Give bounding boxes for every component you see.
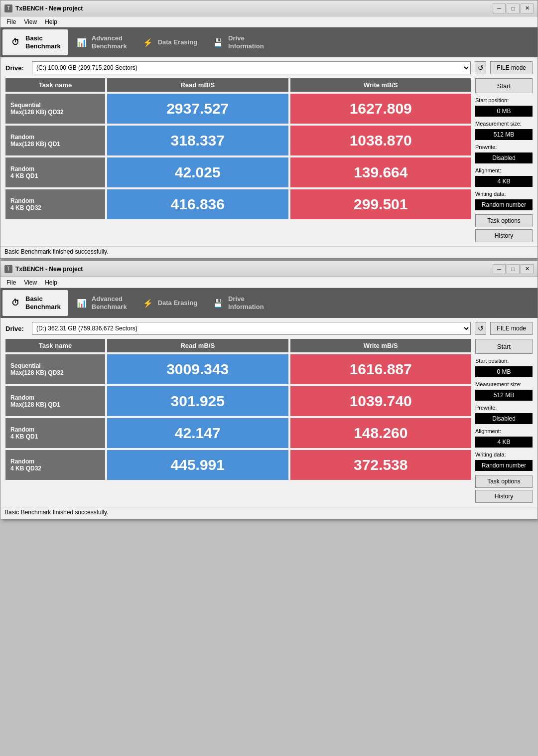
maximize-button-1[interactable]: □ <box>507 3 520 13</box>
writing-data-label-2: Writing data: <box>475 452 533 457</box>
close-button-2[interactable]: ✕ <box>521 264 534 274</box>
read-cell-1-3: 416.836 <box>107 189 288 219</box>
toolbar-2: ⏱ BasicBenchmark 📊 AdvancedBenchmark ⚡ D… <box>0 288 538 318</box>
write-cell-2-1: 1039.740 <box>290 386 472 416</box>
writing-data-value-2: Random number <box>475 460 533 471</box>
task-options-button-1[interactable]: Task options <box>475 214 533 227</box>
tab-erasing-2[interactable]: ⚡ Data Erasing <box>135 290 204 316</box>
menu-file-1[interactable]: File <box>2 17 20 26</box>
side-panel-2: Start Start position: 0 MB Measurement s… <box>475 339 533 503</box>
main-layout-2: Task name Read mB/S Write mB/S Sequentia… <box>5 339 533 503</box>
bench-row-1-3: Random4 KB QD32 416.836 299.501 <box>5 189 471 219</box>
alignment-value-1: 4 KB <box>475 176 533 187</box>
tab-drive-label-1: DriveInformation <box>228 34 264 50</box>
refresh-button-1[interactable]: ↺ <box>475 61 487 74</box>
tab-erasing-1[interactable]: ⚡ Data Erasing <box>135 29 204 55</box>
status-text-2: Basic Benchmark finished successfully. <box>4 509 109 516</box>
measurement-size-value-1: 512 MB <box>475 129 533 140</box>
content-area-1: Drive: (C:) 100.00 GB (209,715,200 Secto… <box>0 57 538 246</box>
refresh-button-2[interactable]: ↺ <box>475 322 487 335</box>
tab-erasing-label-1: Data Erasing <box>158 38 197 46</box>
start-button-1[interactable]: Start <box>475 78 533 93</box>
status-text-1: Basic Benchmark finished successfully. <box>4 248 109 255</box>
bench-row-1-1: RandomMax(128 KB) QD1 318.337 1038.870 <box>5 126 471 155</box>
menu-file-2[interactable]: File <box>2 278 20 287</box>
bench-row-2-2: Random4 KB QD1 42.147 148.260 <box>5 418 471 448</box>
tab-drive-label-2: DriveInformation <box>228 295 264 310</box>
window-title-1: TxBENCH - New project <box>15 5 493 12</box>
tab-drive-1[interactable]: 💾 DriveInformation <box>205 29 271 55</box>
drive-row-2: Drive: (D:) 362.31 GB (759,836,672 Secto… <box>5 322 533 335</box>
bench-area-1: Task name Read mB/S Write mB/S Sequentia… <box>5 78 471 242</box>
window-2: T TxBENCH - New project ─ □ ✕ File View … <box>0 261 538 519</box>
write-cell-1-0: 1627.809 <box>290 94 472 124</box>
alignment-value-2: 4 KB <box>475 437 533 448</box>
drive-row-1: Drive: (C:) 100.00 GB (209,715,200 Secto… <box>5 61 533 74</box>
task-cell-2-1: RandomMax(128 KB) QD1 <box>5 386 105 416</box>
header-read-1: Read mB/S <box>107 78 288 92</box>
measurement-size-label-2: Measurement size: <box>475 381 533 387</box>
tab-basic-label-2: BasicBenchmark <box>25 295 61 310</box>
header-write-2: Write mB/S <box>290 339 472 352</box>
maximize-button-2[interactable]: □ <box>507 264 520 274</box>
write-cell-2-3: 372.538 <box>290 450 472 480</box>
prewrite-value-1: Disabled <box>475 152 533 163</box>
main-layout-1: Task name Read mB/S Write mB/S Sequentia… <box>5 78 533 242</box>
toolbar-1: ⏱ BasicBenchmark 📊 AdvancedBenchmark ⚡ D… <box>0 27 538 57</box>
menu-view-1[interactable]: View <box>20 17 41 26</box>
prewrite-label-2: Prewrite: <box>475 405 533 411</box>
tab-advanced-1[interactable]: 📊 AdvancedBenchmark <box>69 29 134 55</box>
task-cell-2-3: Random4 KB QD32 <box>5 450 105 480</box>
close-button-1[interactable]: ✕ <box>521 3 534 13</box>
history-button-2[interactable]: History <box>475 490 533 503</box>
bench-area-2: Task name Read mB/S Write mB/S Sequentia… <box>5 339 471 503</box>
bench-row-2-1: RandomMax(128 KB) QD1 301.925 1039.740 <box>5 386 471 416</box>
tab-basic-1[interactable]: ⏱ BasicBenchmark <box>2 29 68 55</box>
start-position-value-2: 0 MB <box>475 366 533 377</box>
tab-advanced-2[interactable]: 📊 AdvancedBenchmark <box>69 290 134 316</box>
bench-row-1-0: SequentialMax(128 KB) QD32 2937.527 1627… <box>5 94 471 124</box>
bench-row-2-0: SequentialMax(128 KB) QD32 3009.343 1616… <box>5 354 471 384</box>
drive-dropdown-2[interactable]: (D:) 362.31 GB (759,836,672 Sectors) <box>32 322 471 335</box>
status-bar-2: Basic Benchmark finished successfully. <box>0 507 538 519</box>
task-cell-1-1: RandomMax(128 KB) QD1 <box>5 126 105 155</box>
write-cell-1-1: 1038.870 <box>290 126 472 155</box>
menu-help-1[interactable]: Help <box>41 17 61 26</box>
read-cell-1-0: 2937.527 <box>107 94 288 124</box>
alignment-label-1: Alignment: <box>475 167 533 173</box>
prewrite-label-1: Prewrite: <box>475 144 533 150</box>
minimize-button-1[interactable]: ─ <box>493 3 506 13</box>
drive-dropdown-1[interactable]: (C:) 100.00 GB (209,715,200 Sectors) <box>32 61 471 74</box>
task-options-button-2[interactable]: Task options <box>475 475 533 488</box>
write-cell-1-3: 299.501 <box>290 189 472 219</box>
task-cell-2-2: Random4 KB QD1 <box>5 418 105 448</box>
start-position-value-1: 0 MB <box>475 106 533 117</box>
read-cell-1-2: 42.025 <box>107 157 288 187</box>
tab-basic-2[interactable]: ⏱ BasicBenchmark <box>2 290 68 316</box>
basic-icon-2: ⏱ <box>9 297 21 309</box>
menu-bar-1: File View Help <box>0 16 538 27</box>
tab-erasing-label-2: Data Erasing <box>158 299 197 307</box>
start-position-label-1: Start position: <box>475 97 533 103</box>
minimize-button-2[interactable]: ─ <box>493 264 506 274</box>
advanced-icon-1: 📊 <box>76 36 88 48</box>
drive-label-1: Drive: <box>5 64 28 72</box>
app-icon-1: T <box>4 4 12 12</box>
erasing-icon-1: ⚡ <box>142 36 154 48</box>
file-mode-button-2[interactable]: FILE mode <box>490 322 533 335</box>
menu-view-2[interactable]: View <box>20 278 41 287</box>
tab-drive-2[interactable]: 💾 DriveInformation <box>205 290 271 316</box>
file-mode-button-1[interactable]: FILE mode <box>490 61 533 74</box>
tab-advanced-label-2: AdvancedBenchmark <box>92 295 127 310</box>
header-row-1: Task name Read mB/S Write mB/S <box>5 78 471 92</box>
header-task-2: Task name <box>5 339 105 352</box>
menu-help-2[interactable]: Help <box>41 278 61 287</box>
write-cell-1-2: 139.664 <box>290 157 472 187</box>
title-bar-2: T TxBENCH - New project ─ □ ✕ <box>0 261 538 277</box>
window-1: T TxBENCH - New project ─ □ ✕ File View … <box>0 0 538 259</box>
task-cell-1-2: Random4 KB QD1 <box>5 157 105 187</box>
window-controls-1: ─ □ ✕ <box>493 3 534 13</box>
write-cell-2-2: 148.260 <box>290 418 472 448</box>
start-button-2[interactable]: Start <box>475 339 533 354</box>
history-button-1[interactable]: History <box>475 229 533 242</box>
